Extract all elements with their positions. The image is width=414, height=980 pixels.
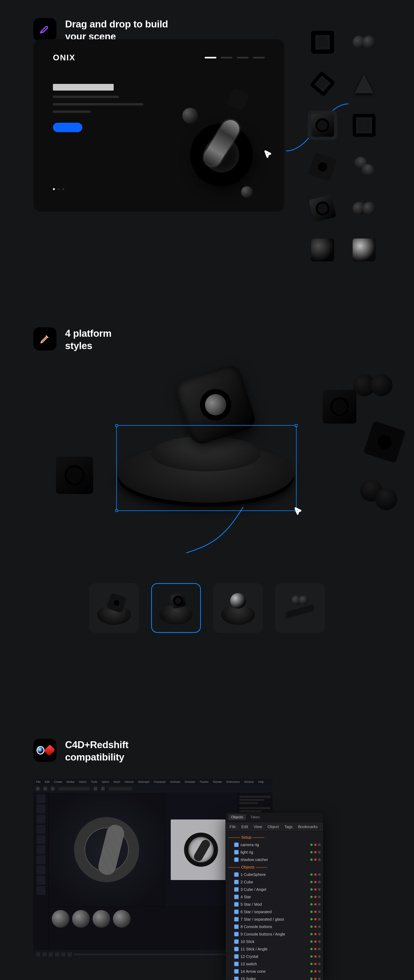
- palette-item-cube[interactable]: [308, 152, 337, 181]
- platform-option-camera-disc[interactable]: [151, 583, 201, 633]
- c4d-menu-item[interactable]: Spline: [102, 780, 109, 783]
- timeline-button[interactable]: [36, 952, 40, 957]
- visibility-toggles[interactable]: [310, 903, 320, 905]
- timeline-button[interactable]: [42, 952, 47, 957]
- platform-option-sphere-pad[interactable]: [213, 583, 263, 633]
- tree-item[interactable]: 8 Console buttons: [226, 923, 323, 931]
- palette-item-ring[interactable]: [349, 111, 379, 140]
- pager-dot[interactable]: [57, 188, 60, 190]
- palette-item-cone[interactable]: [349, 69, 379, 99]
- visibility-toggles[interactable]: [310, 963, 320, 965]
- visibility-toggles[interactable]: [310, 933, 320, 935]
- tree-item[interactable]: 6 Star / separated: [226, 908, 323, 915]
- tree-item[interactable]: 9 Console buttons / Angle: [226, 931, 323, 938]
- material-swatch[interactable]: [113, 910, 131, 928]
- palette-item-ball-dark[interactable]: [308, 235, 337, 265]
- c4d-menu-item[interactable]: Tracker: [199, 780, 209, 783]
- visibility-toggles[interactable]: [310, 970, 320, 972]
- timeline-button[interactable]: [55, 952, 59, 957]
- tree-item[interactable]: 10 Stick: [226, 938, 323, 945]
- tree-item[interactable]: 4 Star: [226, 893, 323, 900]
- objects-menu-item[interactable]: File: [229, 824, 236, 829]
- c4d-menu-item[interactable]: Animate: [170, 780, 180, 783]
- tree-item[interactable]: 15 Spike: [226, 975, 323, 980]
- platform-option-clover-flat[interactable]: [275, 583, 325, 633]
- visibility-toggles[interactable]: [310, 918, 320, 920]
- objects-menu-item[interactable]: View: [254, 824, 262, 829]
- c4d-menu-item[interactable]: File: [36, 780, 41, 783]
- material-swatch[interactable]: [52, 910, 69, 928]
- palette-item-gear[interactable]: [349, 194, 379, 223]
- takes-tab[interactable]: Takes: [248, 815, 263, 820]
- visibility-toggles[interactable]: [310, 873, 320, 876]
- objects-menu-item[interactable]: Bookmarks: [298, 824, 318, 829]
- material-swatch[interactable]: [72, 910, 90, 928]
- visibility-toggles[interactable]: [310, 896, 320, 898]
- c4d-menu-item[interactable]: Mesh: [113, 780, 120, 783]
- mock-cta-button[interactable]: [53, 123, 82, 132]
- c4d-menu-item[interactable]: Help: [258, 780, 264, 783]
- tree-item[interactable]: 14 Arrow cone: [226, 968, 323, 975]
- pager-dot[interactable]: [53, 188, 55, 190]
- palette-item-ball-glass[interactable]: [349, 235, 379, 265]
- tree-item[interactable]: 7 Star / separated / glass: [226, 915, 323, 923]
- dropped-3d-object[interactable]: [167, 94, 276, 204]
- tool-icon[interactable]: [37, 876, 46, 885]
- c4d-menu-item[interactable]: Volume: [125, 780, 134, 783]
- tree-item[interactable]: 12 Crystal: [226, 953, 323, 960]
- c4d-menu-item[interactable]: Edit: [45, 780, 49, 783]
- selection-box[interactable]: [116, 425, 296, 511]
- visibility-toggles[interactable]: [310, 911, 320, 913]
- tree-item[interactable]: shadow catcher: [226, 856, 323, 863]
- palette-item-crystal[interactable]: [308, 111, 337, 140]
- mock-tab[interactable]: [237, 57, 248, 59]
- objects-menu-item[interactable]: Edit: [241, 824, 248, 829]
- c4d-menu-item[interactable]: Character: [154, 780, 166, 783]
- c4d-menu-item[interactable]: Simulate: [185, 780, 195, 783]
- timeline-button[interactable]: [67, 952, 72, 957]
- c4d-menu-item[interactable]: MoGraph: [138, 780, 150, 783]
- material-swatch[interactable]: [92, 910, 110, 928]
- tree-item[interactable]: 13 switch: [226, 960, 323, 968]
- visibility-toggles[interactable]: [310, 948, 320, 950]
- platform-option-cube-pad[interactable]: [89, 583, 139, 633]
- tool-icon[interactable]: [37, 835, 46, 844]
- objects-menu-item[interactable]: Tags: [284, 824, 293, 829]
- visibility-toggles[interactable]: [310, 881, 320, 883]
- mock-tab[interactable]: [221, 57, 232, 59]
- palette-item-flower[interactable]: [349, 152, 379, 181]
- tree-item[interactable]: 2 Cube: [226, 878, 323, 886]
- objects-tab[interactable]: Objects: [228, 815, 246, 820]
- timeline-button[interactable]: [49, 952, 53, 957]
- tree-item[interactable]: 11 Stick / Angle: [226, 945, 323, 953]
- tree-item[interactable]: 1 CubeSphere: [226, 871, 323, 878]
- objects-menu-item[interactable]: Object: [268, 824, 279, 829]
- c4d-menu-item[interactable]: Modes: [67, 780, 75, 783]
- visibility-toggles[interactable]: [310, 851, 320, 853]
- visibility-toggles[interactable]: [310, 978, 320, 980]
- palette-item-clover[interactable]: [349, 27, 379, 57]
- tree-item[interactable]: 5 Star / Mod: [226, 900, 323, 908]
- palette-item-camera[interactable]: [308, 194, 337, 223]
- c4d-menu-item[interactable]: Window: [244, 780, 254, 783]
- mock-tab[interactable]: [253, 57, 264, 59]
- mock-tab[interactable]: [205, 57, 217, 59]
- visibility-toggles[interactable]: [310, 940, 320, 943]
- tree-item[interactable]: light rig: [226, 848, 323, 856]
- tool-icon[interactable]: [37, 855, 46, 864]
- tool-icon[interactable]: [37, 804, 46, 813]
- visibility-toggles[interactable]: [310, 926, 320, 928]
- visibility-toggles[interactable]: [310, 859, 320, 861]
- c4d-menu-item[interactable]: Select: [79, 780, 87, 783]
- tool-icon[interactable]: [37, 815, 46, 824]
- visibility-toggles[interactable]: [310, 888, 320, 891]
- palette-item-knot[interactable]: [308, 69, 337, 99]
- tree-item[interactable]: camera rig: [226, 841, 323, 848]
- c4d-menu-item[interactable]: Render: [213, 780, 222, 783]
- palette-item-torus[interactable]: [308, 27, 337, 57]
- pager-dot[interactable]: [62, 188, 64, 190]
- c4d-menu-item[interactable]: Create: [54, 780, 62, 783]
- c4d-viewport[interactable]: [49, 792, 165, 907]
- tool-icon[interactable]: [37, 886, 46, 895]
- c4d-menu-item[interactable]: Tools: [91, 780, 97, 783]
